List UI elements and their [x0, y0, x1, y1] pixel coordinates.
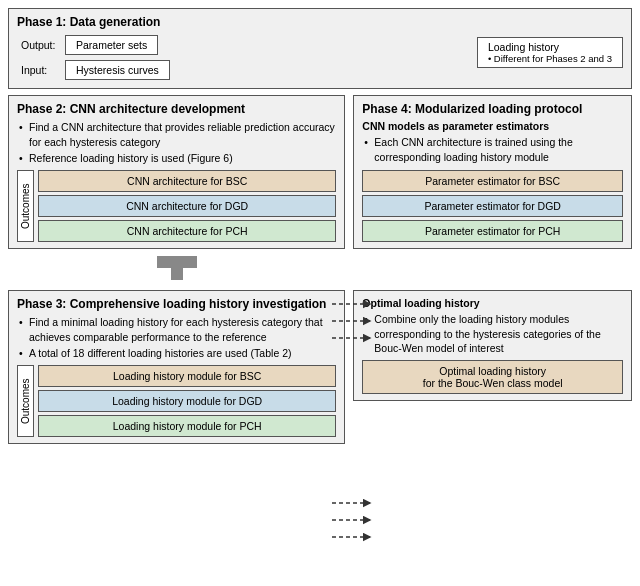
optimal-result-line2: for the Bouc-Wen class model: [367, 377, 618, 389]
phase4-box: Phase 4: Modularized loading protocol CN…: [353, 95, 632, 249]
loading-history-label: Loading history: [488, 41, 612, 53]
phase2-outcome-boxes: CNN architecture for BSC CNN architectur…: [38, 170, 336, 242]
phase2-box: Phase 2: CNN architecture development Fi…: [8, 95, 345, 249]
param-sets-box: Parameter sets: [65, 35, 158, 55]
phase3-outcomes-label: Outcomes: [17, 365, 34, 437]
lhm-bsc-box: Loading history module for BSC: [38, 365, 336, 387]
cnn-dgd-box: CNN architecture for DGD: [38, 195, 336, 217]
phase3-bullet1: Find a minimal loading history for each …: [17, 315, 336, 344]
phase-row-2-4: Phase 2: CNN architecture development Fi…: [8, 95, 632, 284]
phase2-outcomes-label: Outcomes: [17, 170, 34, 242]
optimal-bullet1: Combine only the loading history modules…: [362, 312, 623, 356]
param-dgd-box: Parameter estimator for DGD: [362, 195, 623, 217]
lhm-pch-box: Loading history module for PCH: [38, 415, 336, 437]
phase4-bullet1: Each CNN architecture is trained using t…: [362, 135, 623, 164]
optimal-section: Optimal loading history Combine only the…: [353, 290, 632, 401]
phase2-bullet1: Find a CNN architecture that provides re…: [17, 120, 336, 149]
optimal-bullets: Combine only the loading history modules…: [362, 312, 623, 356]
input-label: Input:: [21, 64, 59, 76]
hysteresis-curves-box: Hysteresis curves: [65, 60, 170, 80]
svg-marker-0: [157, 256, 197, 280]
phase3-box: Phase 3: Comprehensive loading history i…: [8, 290, 345, 444]
output-label: Output:: [21, 39, 59, 51]
phase4-section: Phase 4: Modularized loading protocol CN…: [353, 95, 632, 249]
phase3-title: Phase 3: Comprehensive loading history i…: [17, 297, 336, 311]
cnn-bsc-box: CNN architecture for BSC: [38, 170, 336, 192]
phase4-subtitle: CNN models as parameter estimators: [362, 120, 623, 132]
phase2-bullets: Find a CNN architecture that provides re…: [17, 120, 336, 166]
phase4-bullets: Each CNN architecture is trained using t…: [362, 135, 623, 164]
phase2-section: Phase 2: CNN architecture development Fi…: [8, 95, 345, 284]
phase1-title: Phase 1: Data generation: [17, 15, 623, 29]
phase4-title: Phase 4: Modularized loading protocol: [362, 102, 623, 116]
param-bsc-box: Parameter estimator for BSC: [362, 170, 623, 192]
param-pch-box: Parameter estimator for PCH: [362, 220, 623, 242]
phase2-bullet2: Reference loading history is used (Figur…: [17, 151, 336, 166]
main-diagram: Phase 1: Data generation Output: Paramet…: [8, 8, 632, 444]
phase1-box: Phase 1: Data generation Output: Paramet…: [8, 8, 632, 89]
phase3-bullets: Find a minimal loading history for each …: [17, 315, 336, 361]
phase3-section: Phase 3: Comprehensive loading history i…: [8, 290, 345, 444]
optimal-box: Optimal loading history Combine only the…: [353, 290, 632, 401]
phase4-param-boxes: Parameter estimator for BSC Parameter es…: [362, 170, 623, 242]
optimal-result-line1: Optimal loading history: [367, 365, 618, 377]
optimal-title: Optimal loading history: [362, 297, 623, 309]
cnn-pch-box: CNN architecture for PCH: [38, 220, 336, 242]
lhm-dgd-box: Loading history module for DGD: [38, 390, 336, 412]
phase3-bullet2: A total of 18 different loading historie…: [17, 346, 336, 361]
phase3-outcome-boxes: Loading history module for BSC Loading h…: [38, 365, 336, 437]
phase-row-3-opt: Phase 3: Comprehensive loading history i…: [8, 290, 632, 444]
lh-bullet: • Different for Phases 2 and 3: [488, 53, 612, 64]
optimal-result-box: Optimal loading history for the Bouc-Wen…: [362, 360, 623, 394]
big-arrow-down: [8, 256, 345, 282]
phase2-title: Phase 2: CNN architecture development: [17, 102, 336, 116]
